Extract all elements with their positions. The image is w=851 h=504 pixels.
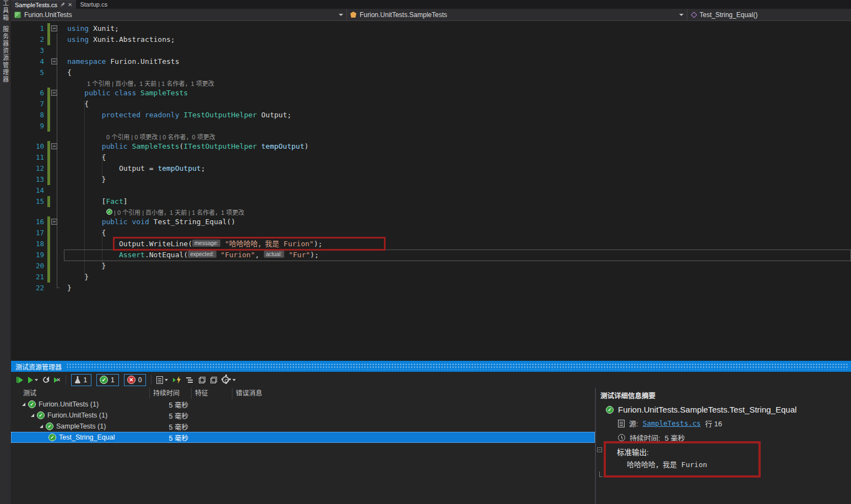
code-token: public <box>84 89 110 97</box>
fold-collapse-icon[interactable]: − <box>51 25 57 31</box>
code-line[interactable]: 14 <box>11 185 851 196</box>
test-explorer-title-bar[interactable]: 测试资源管理器 <box>11 361 851 372</box>
code-token: { <box>67 153 106 161</box>
doc-tab-Startup.cs[interactable]: Startup.cs <box>76 0 111 9</box>
settings-button[interactable] <box>222 376 236 383</box>
stdout-value: 哈哈哈哈，我是 Furion <box>627 459 707 469</box>
fold-margin <box>50 121 59 132</box>
code-line[interactable]: 15 [Fact] <box>11 196 851 207</box>
column-header-traits[interactable]: 特征 <box>192 388 232 399</box>
repeat-last-run-button[interactable] <box>42 376 50 384</box>
test-tree-row[interactable]: ✓Test_String_Equal5 毫秒 <box>11 432 595 443</box>
code-token: public <box>102 142 128 150</box>
codelens-row[interactable]: 0 个引用 | 0 项更改 | 0 名作者，0 项更改 <box>11 132 851 141</box>
code-editor[interactable]: 1−using Xunit;2using Xunit.Abstractions;… <box>11 21 851 361</box>
group-by-button[interactable] <box>186 377 194 383</box>
member-dropdown[interactable]: Test_String_Equal() <box>687 9 851 20</box>
code-line[interactable]: 18 Output.WriteLine(message: "哈哈哈哈，我是 Fu… <box>11 239 851 250</box>
code-line[interactable]: 22} <box>11 283 851 294</box>
code-line[interactable]: 5{ <box>11 67 851 78</box>
test-tree-row[interactable]: ✓Furion.UnitTests (1)5 毫秒 <box>11 410 595 421</box>
test-tree-row[interactable]: ✓SampleTests (1)5 毫秒 <box>11 421 595 432</box>
tree-expander-icon[interactable] <box>31 414 34 417</box>
document-tab-bar: SampleTests.cs✕Startup.cs <box>11 0 851 9</box>
tree-expander-icon[interactable] <box>22 403 25 406</box>
test-label: Furion.UnitTests (1) <box>47 411 107 419</box>
fold-margin <box>50 196 59 207</box>
code-line[interactable]: 2using Xunit.Abstractions; <box>11 34 851 45</box>
fold-margin <box>50 261 59 272</box>
glyph-margin <box>11 272 19 283</box>
fold-collapse-icon[interactable]: − <box>51 219 57 225</box>
codelens-row[interactable]: ✓| 0 个引用 | 百小僧，1 天前 | 1 名作者，1 项更改 <box>11 207 851 216</box>
type-dropdown[interactable]: Furion.UnitTests.SampleTests <box>347 9 687 20</box>
code-text: { <box>59 227 106 239</box>
code-token: ); <box>314 240 323 248</box>
codelens-row[interactable]: 1 个引用 | 百小僧，1 天前 | 1 名作者，1 项更改 <box>11 78 851 88</box>
expand-all-button[interactable] <box>199 377 205 383</box>
code-line[interactable]: 6− public class SampleTests <box>11 88 851 99</box>
project-dropdown[interactable]: Furion.UnitTests <box>11 9 347 20</box>
code-line[interactable]: 11 { <box>11 152 851 163</box>
code-line[interactable]: 19 Assert.NotEqual(expected: "Furion", a… <box>11 250 851 261</box>
code-line[interactable]: 9 <box>11 121 851 132</box>
column-header-duration[interactable]: 持续时间 <box>150 388 192 399</box>
failed-tests-filter[interactable]: ✕0 <box>124 374 147 386</box>
fold-collapse-icon[interactable]: − <box>51 90 57 96</box>
run-all-tests-button[interactable] <box>17 377 23 383</box>
pass-check-icon: ✓ <box>46 422 53 430</box>
code-area: 1−using Xunit;2using Xunit.Abstractions;… <box>11 23 851 294</box>
cancel-x-icon: ✕ <box>56 377 61 383</box>
code-token: public <box>102 218 128 226</box>
source-file-link[interactable]: SampleTests.cs <box>643 419 701 427</box>
code-token: void <box>132 218 149 226</box>
column-header-test[interactable]: 测试 <box>11 388 150 399</box>
play-icon <box>18 377 23 383</box>
chevron-down-icon <box>165 379 168 381</box>
code-line[interactable]: 4−namespace Furion.UnitTests <box>11 56 851 67</box>
code-line[interactable]: 7 { <box>11 99 851 110</box>
playlist-button[interactable] <box>156 376 168 384</box>
play-icon <box>173 378 176 382</box>
test-explorer-toolbar: ✕ 1 ✓1 ✕0 <box>11 372 851 388</box>
tree-expander-icon[interactable] <box>40 425 43 428</box>
fold-collapse-icon[interactable]: − <box>51 58 57 64</box>
code-line[interactable]: 21 } <box>11 272 851 283</box>
run-after-build-toggle[interactable] <box>173 376 181 384</box>
code-line[interactable]: 3 <box>11 45 851 56</box>
code-line[interactable]: 12 Output = tempOutput; <box>11 163 851 174</box>
collapse-all-button[interactable] <box>210 377 217 383</box>
fold-margin <box>50 152 59 163</box>
code-text: Assert.NotEqual(expected: "Furion", actu… <box>59 250 319 261</box>
code-line[interactable]: 17 { <box>11 227 851 239</box>
code-line[interactable]: 13 } <box>11 174 851 185</box>
doc-tab-SampleTests.cs[interactable]: SampleTests.cs✕ <box>11 0 76 9</box>
passed-tests-filter[interactable]: ✓1 <box>96 374 119 386</box>
collapse-output-icon[interactable]: − <box>597 447 602 452</box>
code-line[interactable]: 16− public void Test_String_Equal() <box>11 216 851 227</box>
close-icon[interactable]: ✕ <box>68 2 72 8</box>
test-name-cell: ✓SampleTests (1) <box>11 422 150 430</box>
total-tests-filter[interactable]: 1 <box>71 374 91 386</box>
line-number: 5 <box>19 67 44 78</box>
run-tests-button[interactable] <box>28 377 38 383</box>
code-token: "Fur" <box>284 251 310 259</box>
details-source-row: 源: SampleTests.cs 行 16 <box>618 418 851 429</box>
line-number: 20 <box>19 261 44 272</box>
code-text: [Fact] <box>59 196 128 207</box>
column-header-error[interactable]: 错误消息 <box>232 388 595 399</box>
codelens-text: 1 个引用 | 百小僧，1 天前 | 1 名作者，1 项更改 <box>87 79 214 88</box>
code-line[interactable]: 20 } <box>11 261 851 272</box>
test-tree-row[interactable]: ✓Furion.UnitTests (1)5 毫秒 <box>11 399 595 410</box>
test-tree: ✓Furion.UnitTests (1)5 毫秒✓Furion.UnitTes… <box>11 399 595 443</box>
code-line[interactable]: 1−using Xunit; <box>11 23 851 34</box>
pin-icon[interactable] <box>59 1 66 8</box>
cancel-run-button[interactable]: ✕ <box>54 377 61 383</box>
line-number: 22 <box>19 283 44 294</box>
code-line[interactable]: 10− public SampleTests(ITestOutputHelper… <box>11 141 851 152</box>
rail-tab-服务器资源管理器[interactable]: 服务器资源管理器 <box>1 24 10 85</box>
fold-collapse-icon[interactable]: − <box>51 143 57 149</box>
rail-tab-工具箱[interactable]: 工具箱 <box>1 0 10 24</box>
test-duration: 5 毫秒 <box>150 410 192 421</box>
code-line[interactable]: 8 protected readonly ITestOutputHelper O… <box>11 110 851 121</box>
